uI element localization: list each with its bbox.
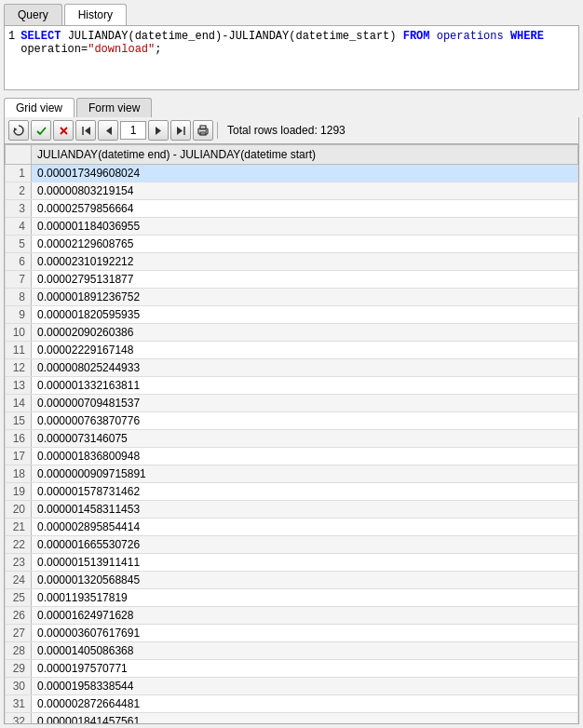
row-number-cell: 2 xyxy=(6,182,32,200)
row-value-cell: 0.00002090260386 xyxy=(32,324,578,342)
print-button[interactable] xyxy=(193,120,213,141)
table-row[interactable]: 40.000001184036955 xyxy=(6,218,578,236)
table-row[interactable]: 110.00002229167148 xyxy=(6,342,578,359)
row-value-cell: 0.000001513911411 xyxy=(32,554,578,572)
table-row[interactable]: 260.00001624971628 xyxy=(6,607,578,625)
prev-page-button[interactable] xyxy=(98,120,118,141)
row-value-cell: 0.000001332163811 xyxy=(32,377,578,395)
row-number-cell: 31 xyxy=(6,695,32,713)
row-number-cell: 6 xyxy=(6,253,32,271)
table-row[interactable]: 170.000001836800948 xyxy=(6,448,578,465)
row-value-cell: 0.000008025244933 xyxy=(32,359,578,377)
table-row[interactable]: 120.000008025244933 xyxy=(6,359,578,377)
table-row[interactable]: 80.000001891236752 xyxy=(6,289,578,306)
table-row[interactable]: 100.00002090260386 xyxy=(6,324,578,342)
svg-marker-4 xyxy=(85,127,90,135)
row-value-cell: 0.000017349608024 xyxy=(32,165,578,182)
first-page-button[interactable] xyxy=(75,120,96,141)
table-row[interactable]: 300.00001958338544 xyxy=(6,678,578,695)
row-number-cell: 26 xyxy=(6,607,32,625)
row-number-cell: 19 xyxy=(6,483,32,501)
row-number-cell: 7 xyxy=(6,271,32,289)
table-row[interactable]: 70.00002795131877 xyxy=(6,271,578,289)
tab-history[interactable]: History xyxy=(64,4,127,25)
next-page-icon xyxy=(153,125,165,137)
check-button[interactable] xyxy=(31,120,51,141)
refresh-icon xyxy=(12,124,25,137)
table-row[interactable]: 30.00002579856664 xyxy=(6,200,578,218)
row-value-cell: 0.00000803219154 xyxy=(32,182,578,200)
grid-scroll-area[interactable]: JULIANDAY(datetime end) - JULIANDAY(date… xyxy=(5,144,578,723)
tab-form-view[interactable]: Form view xyxy=(76,98,152,117)
x-icon xyxy=(58,125,70,137)
table-row[interactable]: 230.000001513911411 xyxy=(6,554,578,572)
row-value-cell: 0.00002795131877 xyxy=(32,271,578,289)
table-row[interactable]: 310.000002872664481 xyxy=(6,695,578,713)
row-number-cell: 28 xyxy=(6,642,32,660)
table-row[interactable]: 180.0000000909715891 xyxy=(6,465,578,483)
row-value-cell: 0.00001958338544 xyxy=(32,678,578,695)
tab-query[interactable]: Query xyxy=(4,4,62,25)
row-value-cell: 0.000001184036955 xyxy=(32,218,578,236)
next-page-button[interactable] xyxy=(148,120,169,141)
page-number-input[interactable]: 1 xyxy=(120,121,146,140)
last-page-button[interactable] xyxy=(170,120,191,141)
table-row[interactable]: 190.000001578731462 xyxy=(6,483,578,501)
row-number-cell: 22 xyxy=(6,536,32,554)
row-number-cell: 23 xyxy=(6,554,32,572)
row-value-cell: 0.0000000909715891 xyxy=(32,465,578,483)
table-row[interactable]: 130.000001332163811 xyxy=(6,377,578,395)
sql-editor[interactable]: 1 SELECT JULIANDAY(datetime_end)-JULIAND… xyxy=(4,25,579,90)
prev-page-icon xyxy=(102,125,115,137)
main-container: Query History 1 SELECT JULIANDAY(datetim… xyxy=(0,0,583,728)
svg-marker-6 xyxy=(156,127,161,135)
cancel-button[interactable] xyxy=(53,120,74,141)
row-value-cell: 0.000002872664481 xyxy=(32,695,578,713)
table-row[interactable]: 240.000001320568845 xyxy=(6,572,578,589)
table-row[interactable]: 290.0000197570771 xyxy=(6,660,578,678)
row-value-cell: 0.000000763870776 xyxy=(32,412,578,430)
row-number-cell: 10 xyxy=(6,324,32,342)
table-row[interactable]: 50.00002129608765 xyxy=(6,236,578,253)
row-number-cell: 4 xyxy=(6,218,32,236)
print-icon xyxy=(197,124,210,137)
row-number-cell: 16 xyxy=(6,430,32,448)
table-row[interactable]: 320.000001841457561 xyxy=(6,713,578,724)
row-value-cell: 0.000001578731462 xyxy=(32,483,578,501)
row-value-cell: 0.000001820595935 xyxy=(32,306,578,324)
table-row[interactable]: 10.000017349608024 xyxy=(6,165,578,182)
row-value-cell: 0.0000197570771 xyxy=(32,660,578,678)
row-value-cell: 0.00002229167148 xyxy=(32,342,578,359)
sql-content: SELECT JULIANDAY(datetime_end)-JULIANDAY… xyxy=(20,30,575,56)
row-value-cell: 0.000003607617691 xyxy=(32,625,578,642)
check-icon xyxy=(35,125,47,137)
table-row[interactable]: 220.000001665530726 xyxy=(6,536,578,554)
table-row[interactable]: 20.00000803219154 xyxy=(6,182,578,200)
table-row[interactable]: 160.0000073146075 xyxy=(6,430,578,448)
row-value-cell: 0.000000709481537 xyxy=(32,395,578,412)
first-page-icon xyxy=(80,125,92,137)
table-row[interactable]: 250.0001193517819 xyxy=(6,589,578,607)
row-number-cell: 3 xyxy=(6,200,32,218)
tab-grid-view[interactable]: Grid view xyxy=(4,98,75,117)
table-row[interactable]: 270.000003607617691 xyxy=(6,625,578,642)
row-number-cell: 9 xyxy=(6,306,32,324)
row-value-cell: 0.00001624971628 xyxy=(32,607,578,625)
refresh-button[interactable] xyxy=(8,120,29,141)
row-number-cell: 12 xyxy=(6,359,32,377)
sql-line-1: 1 SELECT JULIANDAY(datetime_end)-JULIAND… xyxy=(8,30,575,56)
table-row[interactable]: 150.000000763870776 xyxy=(6,412,578,430)
row-number-cell: 18 xyxy=(6,465,32,483)
table-row[interactable]: 200.000001458311453 xyxy=(6,501,578,519)
row-value-cell: 0.0000073146075 xyxy=(32,430,578,448)
table-row[interactable]: 280.00001405086368 xyxy=(6,642,578,660)
table-row[interactable]: 140.000000709481537 xyxy=(6,395,578,412)
row-number-cell: 21 xyxy=(6,519,32,536)
row-number-cell: 17 xyxy=(6,448,32,465)
top-tab-bar: Query History xyxy=(0,0,583,25)
svg-point-12 xyxy=(206,130,208,132)
table-row[interactable]: 90.000001820595935 xyxy=(6,306,578,324)
table-row[interactable]: 210.000002895854414 xyxy=(6,519,578,536)
table-row[interactable]: 60.00002310192212 xyxy=(6,253,578,271)
row-number-cell: 32 xyxy=(6,713,32,724)
